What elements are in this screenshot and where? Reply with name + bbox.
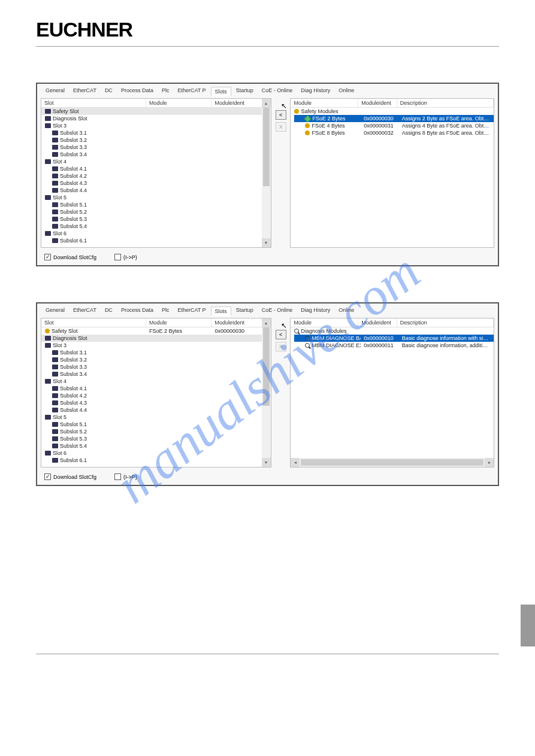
slot-row[interactable]: Safety SlotFSoE 2 Bytes0x00000030	[41, 327, 271, 335]
scroll-down-icon[interactable]: ▾	[262, 458, 271, 467]
tab-ethercat-p[interactable]: EtherCAT P	[174, 86, 209, 96]
module-group[interactable]: Diagnosis Modules	[291, 327, 494, 335]
tab-diag-history[interactable]: Diag History	[297, 306, 334, 315]
col-module[interactable]: Module	[146, 99, 211, 107]
slot-row[interactable]: Subslot 5.1	[41, 421, 271, 428]
slot-row[interactable]: Subslot 3.4	[41, 371, 271, 378]
slot-row[interactable]: Subslot 5.4	[41, 223, 271, 230]
module-row[interactable]: MBM DIAGNOSE BASIC0x00000010Basic diagno…	[294, 335, 494, 342]
module-row[interactable]: MBM DIAGNOSE EXTENDED0x00000011Basic dia…	[294, 342, 494, 349]
slot-row[interactable]: Subslot 4.3	[41, 180, 271, 187]
left-slot-list[interactable]: Slot Module ModuleIdent Safety SlotDiagn…	[41, 98, 271, 248]
slot-row[interactable]: Diagnosis Slot	[41, 335, 271, 342]
tab-online[interactable]: Online	[335, 86, 358, 96]
scrollbar-vertical[interactable]: ▴ ▾	[262, 318, 271, 467]
scroll-right-icon[interactable]: ▸	[485, 458, 494, 467]
slot-row[interactable]: Subslot 5.2	[41, 208, 271, 215]
slot-row[interactable]: Subslot 3.1	[41, 129, 271, 136]
slot-row[interactable]: Slot 5	[41, 414, 271, 421]
slot-row[interactable]: Subslot 3.4	[41, 151, 271, 158]
tab-slots[interactable]: Slots	[211, 87, 231, 96]
slot-row[interactable]: Subslot 5.2	[41, 428, 271, 435]
slot-row[interactable]: Subslot 5.4	[41, 442, 271, 450]
slot-row[interactable]: Subslot 3.1	[41, 349, 271, 356]
slot-row[interactable]: Diagnosis Slot	[41, 115, 271, 122]
tab-ethercat-p[interactable]: EtherCAT P	[174, 306, 209, 315]
tab-process-data[interactable]: Process Data	[117, 306, 157, 315]
tab-ethercat[interactable]: EtherCAT	[69, 306, 100, 315]
slot-row[interactable]: Subslot 4.1	[41, 385, 271, 392]
scroll-left-icon[interactable]: ◂	[291, 458, 300, 467]
scrollbar-vertical[interactable]: ▴ ▾	[262, 99, 271, 247]
add-module-button[interactable]: <	[276, 110, 286, 120]
slot-row[interactable]: Slot 3	[41, 122, 271, 129]
left-slot-list[interactable]: Slot Module ModuleIdent Safety SlotFSoE …	[41, 318, 271, 467]
tab-process-data[interactable]: Process Data	[117, 86, 157, 96]
slot-row[interactable]: Slot 4	[41, 378, 271, 385]
slot-row[interactable]: Subslot 3.3	[41, 144, 271, 151]
slot-row[interactable]: Subslot 6.1	[41, 457, 271, 464]
slot-row[interactable]: Subslot 3.2	[41, 356, 271, 363]
col-r-module[interactable]: Module	[291, 99, 358, 107]
scroll-thumb[interactable]	[263, 327, 270, 406]
slot-row[interactable]: Subslot 5.3	[41, 435, 271, 442]
col-r-ident[interactable]: ModuleIdent	[358, 99, 397, 107]
col-slot[interactable]: Slot	[41, 99, 146, 107]
col-slot[interactable]: Slot	[41, 318, 146, 327]
module-group[interactable]: Safety Modules	[291, 108, 494, 115]
module-row[interactable]: FSoE 8 Bytes0x00000032Assigns 8 Byte as …	[294, 129, 494, 136]
slot-row[interactable]: Slot 6	[41, 230, 271, 237]
slot-row[interactable]: Slot 5	[41, 194, 271, 201]
tab-diag-history[interactable]: Diag History	[297, 86, 334, 96]
tab-dc[interactable]: DC	[101, 306, 116, 315]
col-r-ident[interactable]: ModuleIdent	[358, 318, 397, 327]
col-r-module[interactable]: Module	[291, 318, 358, 327]
isp-checkbox[interactable]: (I->P)	[114, 254, 137, 260]
slot-row[interactable]: Subslot 4.2	[41, 172, 271, 180]
scroll-up-icon[interactable]: ▴	[262, 318, 271, 327]
right-module-list[interactable]: Module ModuleIdent Description Safety Mo…	[290, 98, 494, 248]
slot-row[interactable]: Subslot 4.3	[41, 399, 271, 406]
tab-startup[interactable]: Startup	[232, 86, 257, 96]
tab-plc[interactable]: Plc	[158, 306, 173, 315]
col-r-desc[interactable]: Description	[397, 99, 494, 107]
slot-row[interactable]: Subslot 4.4	[41, 406, 271, 414]
slot-row[interactable]: Subslot 6.1	[41, 237, 271, 244]
module-row[interactable]: FSoE 2 Bytes0x00000030Assigns 2 Byte as …	[294, 115, 494, 122]
remove-module-button[interactable]: X	[276, 342, 286, 351]
remove-module-button[interactable]: X	[276, 122, 286, 132]
slot-row[interactable]: Slot 4	[41, 158, 271, 165]
scroll-down-icon[interactable]: ▾	[262, 238, 271, 247]
col-module[interactable]: Module	[146, 318, 211, 327]
tab-general[interactable]: General	[42, 306, 68, 315]
tab-startup[interactable]: Startup	[232, 306, 257, 315]
scrollbar-horizontal[interactable]: ◂ ▸	[291, 458, 494, 467]
slot-row[interactable]: Subslot 3.3	[41, 363, 271, 371]
tab-online[interactable]: Online	[335, 306, 358, 315]
tab-slots[interactable]: Slots	[211, 306, 231, 316]
download-slotcfg-checkbox[interactable]: ✓Download SlotCfg	[44, 473, 96, 480]
col-r-desc[interactable]: Description	[397, 318, 494, 327]
tab-ethercat[interactable]: EtherCAT	[69, 86, 100, 96]
slot-row[interactable]: Subslot 4.2	[41, 392, 271, 399]
slot-row[interactable]: Subslot 5.1	[41, 201, 271, 208]
tab-coe-online[interactable]: CoE - Online	[258, 306, 297, 315]
slot-row[interactable]: Subslot 5.3	[41, 215, 271, 223]
tab-general[interactable]: General	[42, 86, 68, 96]
slot-row[interactable]: Subslot 3.2	[41, 136, 271, 144]
right-module-list[interactable]: Module ModuleIdent Description Diagnosis…	[290, 318, 494, 467]
slot-row[interactable]: Subslot 4.4	[41, 187, 271, 194]
tab-coe-online[interactable]: CoE - Online	[258, 86, 297, 96]
isp-checkbox[interactable]: (I->P)	[114, 473, 137, 480]
scroll-thumb[interactable]	[263, 108, 270, 186]
scroll-up-icon[interactable]: ▴	[262, 99, 271, 108]
tab-dc[interactable]: DC	[101, 86, 116, 96]
slot-row[interactable]: Subslot 4.1	[41, 165, 271, 172]
tab-plc[interactable]: Plc	[158, 86, 173, 96]
module-row[interactable]: FSoE 4 Bytes0x00000031Assigns 4 Byte as …	[294, 122, 494, 129]
slot-row[interactable]: Slot 3	[41, 342, 271, 349]
slot-row[interactable]: Slot 6	[41, 450, 271, 457]
scroll-thumb-h[interactable]	[301, 459, 483, 466]
slot-row[interactable]: Safety Slot	[41, 108, 271, 115]
add-module-button[interactable]: <	[276, 330, 286, 339]
